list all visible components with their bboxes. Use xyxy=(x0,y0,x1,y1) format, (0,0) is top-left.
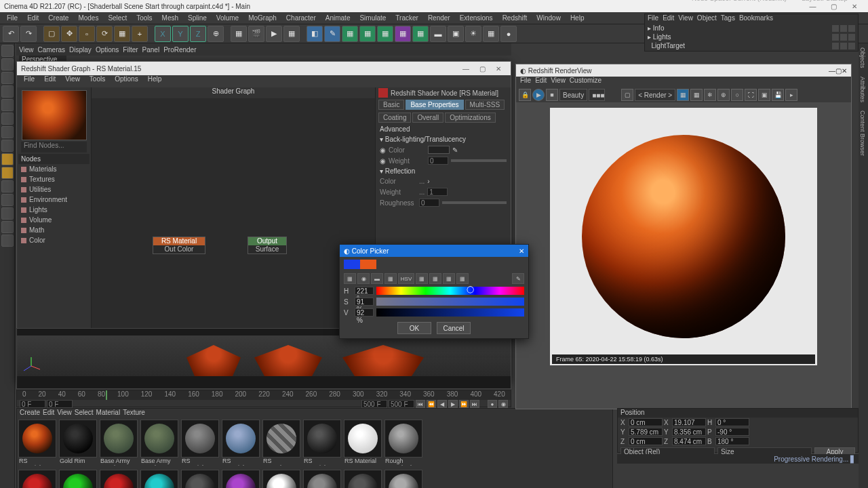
workplane-icon[interactable] xyxy=(1,72,14,84)
menu-render[interactable]: Render xyxy=(424,14,454,22)
material-cell[interactable]: Base Army Metal xyxy=(100,420,139,466)
edge-mode-icon[interactable] xyxy=(1,126,14,138)
rot-p[interactable]: -90 ° xyxy=(715,428,749,436)
tree-math[interactable]: Math xyxy=(18,225,90,235)
snap-settings-icon[interactable] xyxy=(1,194,14,206)
rv-circle-icon[interactable]: ○ xyxy=(731,89,743,101)
enable-axis-icon[interactable] xyxy=(1,153,14,165)
coord-icon[interactable]: ⊕ xyxy=(208,26,224,42)
render-settings-icon[interactable]: ▦ xyxy=(231,26,247,42)
record-icon[interactable]: ● xyxy=(488,400,497,408)
rot-b[interactable]: 180 ° xyxy=(715,437,749,445)
cp-mode3-icon[interactable]: ▬ xyxy=(371,273,383,284)
cp-mixer-icon[interactable]: ▦ xyxy=(443,273,455,284)
tab-base-properties[interactable]: Base Properties xyxy=(406,100,463,110)
mm-select[interactable]: Select xyxy=(75,409,94,418)
vp-cameras[interactable]: Cameras xyxy=(38,46,66,54)
floor-icon[interactable]: ▬ xyxy=(430,26,446,42)
move-tool-icon[interactable]: ✥ xyxy=(61,26,77,42)
obj-row-info[interactable]: ▸ Info xyxy=(645,24,858,33)
step-fwd-icon[interactable]: ⏩ xyxy=(459,400,469,408)
vp-display[interactable]: Display xyxy=(69,46,92,54)
model-mode-icon[interactable] xyxy=(1,45,14,57)
size-y[interactable]: 8.356 cm xyxy=(672,428,706,436)
obj-row-lighttarget[interactable]: LightTarget xyxy=(645,41,858,50)
rv-menu-view[interactable]: View xyxy=(551,77,566,87)
menu-spline[interactable]: Spline xyxy=(184,14,211,22)
eyedropper-icon[interactable]: ✎ xyxy=(452,146,458,154)
mm-edit[interactable]: Edit xyxy=(43,409,54,418)
vp-options[interactable]: Options xyxy=(96,46,119,54)
slider-weight[interactable] xyxy=(451,159,507,162)
maximize-icon[interactable]: ▢ xyxy=(824,3,843,10)
cp-hue-slider[interactable]: ◯ xyxy=(376,287,524,295)
node-rs-material[interactable]: RS Material Out Color xyxy=(153,237,205,254)
menu-edit[interactable]: Edit xyxy=(23,14,43,22)
cp-swatch-icon[interactable]: ▦ xyxy=(429,273,441,284)
material-preview[interactable] xyxy=(22,90,87,140)
cube-icon[interactable]: ◧ xyxy=(307,26,323,42)
sg-menu-file[interactable]: File xyxy=(20,75,39,87)
rv-aov-dropdown[interactable]: Beauty xyxy=(559,89,587,101)
array-icon[interactable]: ▦ xyxy=(359,26,376,42)
rv-grid2-icon[interactable]: ▦ xyxy=(690,89,703,101)
mm-view[interactable]: View xyxy=(57,409,72,418)
end-frame-field[interactable]: 500 F xyxy=(361,400,387,408)
color-swatch[interactable] xyxy=(428,146,450,154)
shader-graph-titlebar[interactable]: Redshift Shader Graph - RS Material.15 —… xyxy=(17,62,511,75)
locked-icon[interactable] xyxy=(1,235,14,247)
old-color-swatch[interactable] xyxy=(360,260,376,269)
z-axis-icon[interactable]: Z xyxy=(190,26,206,42)
menu-character[interactable]: Character xyxy=(282,14,320,22)
material-cell[interactable]: RS Material.14 xyxy=(181,420,220,466)
sg-close-icon[interactable]: ✕ xyxy=(490,65,507,73)
rotate-tool-icon[interactable]: ⟳ xyxy=(96,26,113,42)
material-cell[interactable]: RS Material.15 xyxy=(18,420,58,466)
rv-save-icon[interactable]: 💾 xyxy=(772,89,784,101)
menu-create[interactable]: Create xyxy=(44,14,73,22)
cp-s-value[interactable]: 91 % xyxy=(355,298,374,306)
om-object[interactable]: Object xyxy=(697,14,717,24)
step-back-icon[interactable]: ⏪ xyxy=(427,400,436,408)
goto-end-icon[interactable]: ⏭ xyxy=(470,400,479,408)
rv-render-dropdown[interactable]: < Render > xyxy=(635,89,675,101)
vp-prorender[interactable]: ProRender xyxy=(163,46,196,54)
node-output[interactable]: Output Surface xyxy=(248,237,287,254)
undo-icon[interactable]: ↶ xyxy=(3,26,19,42)
rv-menu-file[interactable]: File xyxy=(520,77,531,87)
cp-val-slider[interactable] xyxy=(376,308,524,317)
close-icon[interactable]: ✕ xyxy=(845,3,864,10)
goto-start-icon[interactable]: ⏮ xyxy=(416,400,425,408)
material-cell[interactable] xyxy=(222,470,261,488)
tree-volume[interactable]: Volume xyxy=(18,215,90,225)
cp-mode1-icon[interactable]: ▦ xyxy=(344,273,356,284)
vtab-attributes[interactable]: Attributes xyxy=(859,73,867,106)
advanced-header[interactable]: Advanced xyxy=(376,124,511,134)
rv-target-icon[interactable]: ⊕ xyxy=(717,89,730,101)
color-picker-titlebar[interactable]: ◐ Color Picker ✕ xyxy=(340,245,528,257)
sg-menu-help[interactable]: Help xyxy=(144,75,166,87)
vp-panel[interactable]: Panel xyxy=(142,46,160,54)
material-cell[interactable]: Gold Rim xyxy=(59,420,98,466)
menu-simulate[interactable]: Simulate xyxy=(355,14,390,22)
cp-v-value[interactable]: 92 % xyxy=(355,308,374,317)
sg-min-icon[interactable]: — xyxy=(458,65,474,73)
vp-view[interactable]: View xyxy=(19,46,34,54)
render-picture-icon[interactable]: ▶ xyxy=(266,26,282,42)
tree-lights[interactable]: Lights xyxy=(18,205,90,215)
material-cell[interactable]: RS Incandescent xyxy=(262,420,302,466)
material-cell[interactable] xyxy=(100,470,139,488)
sg-menu-options[interactable]: Options xyxy=(111,75,142,87)
node-output-port[interactable]: Surface xyxy=(248,245,286,253)
rv-focus-icon[interactable]: ⛶ xyxy=(745,89,757,101)
material-cell[interactable] xyxy=(140,470,180,488)
subdiv-icon[interactable]: ▦ xyxy=(342,26,358,42)
material-cell[interactable] xyxy=(303,470,342,488)
playhead-icon[interactable] xyxy=(106,390,107,400)
tweak-icon[interactable] xyxy=(1,167,14,179)
size-z[interactable]: 8.474 cm xyxy=(672,437,706,445)
x-axis-icon[interactable]: X xyxy=(155,26,171,42)
rv-close-icon[interactable]: ✕ xyxy=(842,67,847,75)
rv-min-icon[interactable]: — xyxy=(829,67,835,75)
current-frame-field[interactable]: 0 F xyxy=(47,400,73,408)
